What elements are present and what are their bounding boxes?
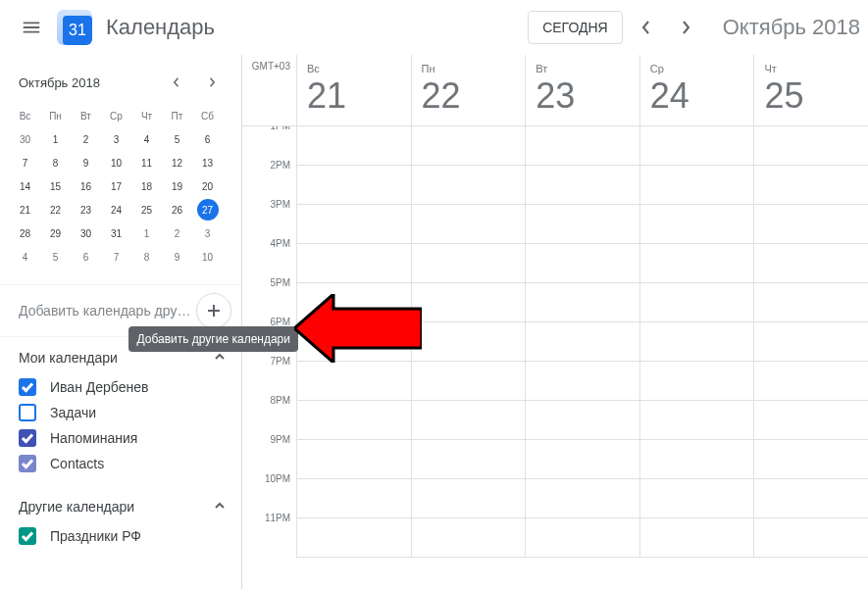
mini-calendar-day[interactable]: 2 <box>71 127 101 151</box>
time-slot[interactable] <box>525 322 639 362</box>
time-slot[interactable] <box>753 166 868 205</box>
mini-calendar-day[interactable]: 18 <box>131 174 162 198</box>
mini-calendar-day[interactable]: 6 <box>192 127 223 151</box>
time-slot[interactable] <box>297 166 411 205</box>
time-slot[interactable] <box>411 322 526 362</box>
time-slot[interactable] <box>297 401 411 440</box>
mini-calendar-day[interactable]: 7 <box>10 151 40 174</box>
mini-calendar-day[interactable]: 10 <box>101 151 131 174</box>
mini-calendar-day[interactable]: 20 <box>192 174 223 198</box>
time-slot[interactable] <box>525 518 639 558</box>
time-slot[interactable] <box>411 166 526 205</box>
time-slot[interactable] <box>297 244 411 283</box>
next-period-button[interactable] <box>666 8 705 47</box>
time-slot[interactable] <box>411 244 526 283</box>
mini-calendar-day[interactable]: 21 <box>10 198 40 221</box>
mini-calendar-day[interactable]: 7 <box>101 245 131 269</box>
time-slot[interactable] <box>297 518 411 558</box>
mini-prev-button[interactable] <box>163 69 190 96</box>
mini-calendar-day[interactable]: 24 <box>101 198 131 221</box>
time-slot[interactable] <box>639 362 754 401</box>
mini-calendar-day[interactable]: 5 <box>162 127 192 151</box>
time-slot[interactable] <box>297 479 411 518</box>
mini-calendar-day[interactable]: 23 <box>71 198 101 221</box>
add-calendar-input[interactable] <box>19 297 196 324</box>
time-slot[interactable] <box>411 518 526 558</box>
mini-calendar-day[interactable]: 4 <box>10 245 40 269</box>
time-slot[interactable] <box>639 440 754 479</box>
time-slot[interactable] <box>753 322 868 362</box>
calendar-item[interactable]: Праздники РФ <box>0 523 241 549</box>
mini-calendar-day[interactable]: 1 <box>131 221 162 245</box>
hamburger-menu-button[interactable] <box>8 4 55 51</box>
mini-calendar-day[interactable]: 12 <box>162 151 192 174</box>
mini-calendar-day[interactable]: 29 <box>40 221 71 245</box>
time-slot[interactable] <box>411 440 526 479</box>
add-calendar-button[interactable] <box>196 293 231 328</box>
mini-calendar-day[interactable]: 30 <box>71 221 101 245</box>
time-slot[interactable] <box>297 362 411 401</box>
mini-calendar-day[interactable]: 25 <box>131 198 162 221</box>
calendar-checkbox[interactable] <box>19 378 36 396</box>
time-slot[interactable] <box>411 362 526 401</box>
mini-calendar-day[interactable]: 22 <box>40 198 71 221</box>
time-slot[interactable] <box>411 205 526 244</box>
mini-calendar-day[interactable]: 19 <box>162 174 192 198</box>
time-slot[interactable] <box>525 244 639 283</box>
mini-calendar-day[interactable]: 6 <box>71 245 101 269</box>
time-slot[interactable] <box>525 205 639 244</box>
time-slot[interactable] <box>411 401 526 440</box>
time-slot[interactable] <box>525 283 639 322</box>
mini-next-button[interactable] <box>198 69 226 96</box>
time-slot[interactable] <box>753 283 868 322</box>
mini-calendar-day[interactable]: 13 <box>192 151 223 174</box>
time-slot[interactable] <box>753 244 868 283</box>
time-slot[interactable] <box>753 126 868 166</box>
time-slot[interactable] <box>639 244 754 283</box>
mini-calendar-day[interactable]: 16 <box>71 174 101 198</box>
time-slot[interactable] <box>639 166 754 205</box>
mini-calendar-day[interactable]: 5 <box>40 245 71 269</box>
mini-calendar-day[interactable]: 27 <box>197 199 219 221</box>
mini-calendar-day[interactable]: 31 <box>101 221 131 245</box>
day-column-header[interactable]: Вс21 <box>297 55 411 125</box>
calendar-checkbox[interactable] <box>19 429 36 447</box>
mini-calendar-day[interactable]: 3 <box>101 127 131 151</box>
mini-calendar-day[interactable]: 2 <box>162 221 192 245</box>
time-slot[interactable] <box>411 283 526 322</box>
mini-calendar-day[interactable]: 14 <box>10 174 40 198</box>
mini-calendar-day[interactable]: 9 <box>162 245 192 269</box>
calendar-item[interactable]: Напоминания <box>0 425 241 451</box>
time-slot[interactable] <box>753 479 868 518</box>
mini-calendar-day[interactable]: 28 <box>10 221 40 245</box>
time-slot[interactable] <box>639 205 754 244</box>
time-slot[interactable] <box>525 362 639 401</box>
mini-calendar-day[interactable]: 4 <box>131 127 162 151</box>
calendar-item[interactable]: Иван Дербенев <box>0 374 241 400</box>
time-slot[interactable] <box>297 205 411 244</box>
time-slot[interactable] <box>639 126 754 166</box>
time-slot[interactable] <box>525 126 639 166</box>
time-slot[interactable] <box>639 479 754 518</box>
day-column-header[interactable]: Ср24 <box>639 55 754 125</box>
mini-calendar-day[interactable]: 17 <box>101 174 131 198</box>
time-slot[interactable] <box>753 362 868 401</box>
time-slot[interactable] <box>753 205 868 244</box>
time-slot[interactable] <box>525 166 639 205</box>
time-slot[interactable] <box>639 322 754 362</box>
time-slot[interactable] <box>753 518 868 558</box>
other-calendars-toggle[interactable]: Другие календари <box>0 486 241 523</box>
mini-calendar-day[interactable]: 11 <box>131 151 162 174</box>
day-column-header[interactable]: Чт25 <box>753 55 868 125</box>
prev-period-button[interactable] <box>627 8 666 47</box>
time-slot[interactable] <box>297 126 411 166</box>
mini-calendar-day[interactable]: 1 <box>40 127 71 151</box>
calendar-checkbox[interactable] <box>19 404 36 421</box>
time-slot[interactable] <box>525 479 639 518</box>
day-column-header[interactable]: Пн22 <box>411 55 526 125</box>
mini-calendar-day[interactable]: 30 <box>10 127 40 151</box>
time-slot[interactable] <box>639 518 754 558</box>
calendar-item[interactable]: Задачи <box>0 400 241 425</box>
time-slot[interactable] <box>753 401 868 440</box>
time-slot[interactable] <box>525 401 639 440</box>
